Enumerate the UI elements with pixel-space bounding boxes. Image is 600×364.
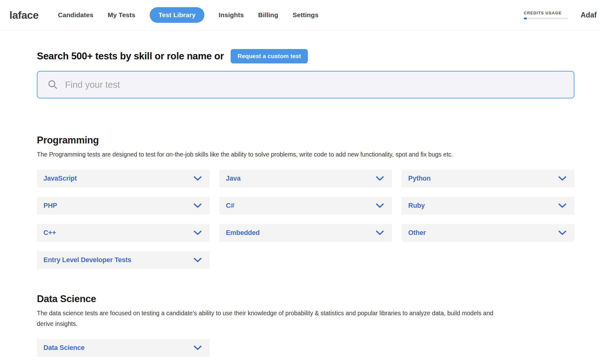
section-programming: Programming The Programming tests are de…	[37, 135, 574, 269]
test-library-page: Search 500+ tests by skill or role name …	[0, 49, 600, 357]
category-label: Ruby	[408, 202, 425, 210]
category-dropdown-entry-level-developer-tests[interactable]: Entry Level Developer Tests	[37, 251, 210, 269]
test-search-box[interactable]	[37, 71, 574, 98]
category-dropdown-other[interactable]: Other	[402, 224, 574, 242]
category-label: C++	[43, 229, 56, 237]
chevron-down-icon	[193, 176, 202, 181]
section-description: The Programming tests are designed to te…	[37, 149, 506, 160]
chevron-down-icon	[193, 230, 202, 236]
chevron-down-icon	[376, 203, 384, 208]
chevron-down-icon	[558, 203, 567, 208]
category-dropdown-data-science[interactable]: Data Science	[37, 339, 210, 357]
search-heading-row: Search 500+ tests by skill or role name …	[37, 49, 574, 63]
programming-category-grid: JavaScript Java Python PHP C# Ruby	[37, 170, 574, 269]
chevron-down-icon	[558, 176, 567, 181]
top-navigation-bar: laface Candidates My Tests Test Library …	[0, 0, 600, 30]
nav-insights[interactable]: Insights	[219, 11, 244, 19]
category-dropdown-csharp[interactable]: C#	[219, 197, 392, 215]
header-right-group: CREDITS USAGE Adaf	[524, 11, 600, 19]
nav-my-tests[interactable]: My Tests	[108, 11, 135, 19]
account-menu[interactable]: Adaf	[581, 11, 600, 19]
nav-billing[interactable]: Billing	[258, 11, 278, 19]
category-dropdown-cpp[interactable]: C++	[37, 224, 210, 242]
adaface-logo[interactable]: laface	[9, 9, 38, 21]
category-dropdown-java[interactable]: Java	[219, 170, 392, 187]
chevron-down-icon	[558, 230, 567, 236]
credits-usage-progressbar	[524, 17, 568, 19]
category-dropdown-php[interactable]: PHP	[37, 197, 210, 215]
chevron-down-icon	[193, 345, 202, 351]
credits-usage-label: CREDITS USAGE	[524, 11, 568, 15]
chevron-down-icon	[376, 230, 384, 236]
search-icon	[48, 79, 58, 90]
category-dropdown-embedded[interactable]: Embedded	[219, 224, 392, 242]
nav-test-library[interactable]: Test Library	[150, 7, 204, 23]
section-description: The data science tests are focused on te…	[37, 308, 506, 329]
credits-usage-fill	[524, 17, 527, 19]
section-title: Data Science	[37, 293, 574, 305]
category-dropdown-javascript[interactable]: JavaScript	[37, 170, 210, 187]
category-label: Embedded	[226, 229, 260, 237]
category-label: C#	[226, 202, 234, 210]
category-label: Python	[408, 175, 431, 182]
page-title: Search 500+ tests by skill or role name …	[37, 51, 224, 62]
main-nav: Candidates My Tests Test Library Insight…	[58, 7, 318, 23]
chevron-down-icon	[376, 176, 384, 181]
category-label: Java	[226, 175, 241, 182]
category-dropdown-ruby[interactable]: Ruby	[402, 197, 574, 215]
request-custom-test-button[interactable]: Request a custom test	[231, 49, 308, 63]
category-label: PHP	[43, 202, 57, 210]
category-label: JavaScript	[43, 175, 77, 182]
credits-usage-widget: CREDITS USAGE	[524, 11, 568, 19]
category-label: Data Science	[43, 344, 84, 352]
data-science-category-grid: Data Science	[37, 339, 574, 357]
search-input[interactable]	[65, 80, 574, 90]
section-data-science: Data Science The data science tests are …	[37, 293, 574, 357]
nav-settings[interactable]: Settings	[292, 11, 318, 19]
nav-candidates[interactable]: Candidates	[58, 11, 93, 19]
chevron-down-icon	[193, 203, 202, 208]
category-label: Entry Level Developer Tests	[43, 256, 131, 264]
category-dropdown-python[interactable]: Python	[402, 170, 574, 187]
chevron-down-icon	[193, 257, 202, 263]
category-label: Other	[408, 229, 426, 237]
section-title: Programming	[37, 135, 574, 146]
